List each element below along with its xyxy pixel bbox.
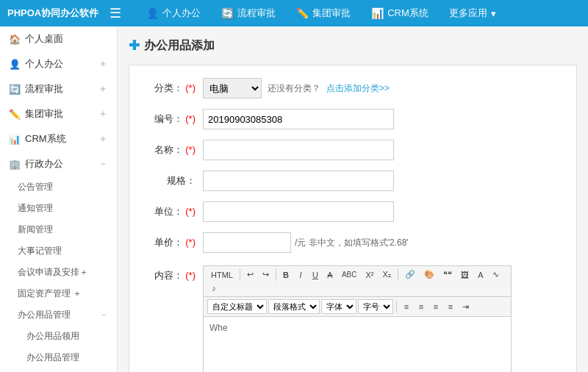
nav-crm[interactable]: 📊 CRM系统 <box>361 0 439 26</box>
html-btn[interactable]: HTML <box>207 269 237 281</box>
fixed-assets-label: 固定资产管理 ＋ <box>18 288 82 298</box>
group-sidebar-icon: ✏️ <box>9 109 21 120</box>
paragraph-select[interactable]: 段落格式 <box>268 299 320 314</box>
page-title-icon: ✚ <box>129 37 140 54</box>
sidebar-item-admin-office[interactable]: 🏢 行政办公 － <box>0 151 117 176</box>
unit-label-text: 单位： <box>154 206 183 217</box>
office-supplies-collapse-icon[interactable]: － <box>99 309 108 321</box>
form-row-spec: 规格： <box>144 169 562 193</box>
sidebar-sub-notification[interactable]: 通知管理 <box>0 198 117 219</box>
process-sidebar-icon: 🔄 <box>9 84 21 95</box>
sidebar: 🏠 个人桌面 👤 个人办公 ＋ 🔄 流程审批 ＋ ✏️ 集团审批 <box>0 26 118 372</box>
sidebar-sub-supplies-purchase[interactable]: 办公用品采购 <box>0 368 117 372</box>
sidebar-item-desktop[interactable]: 🏠 个人桌面 <box>0 26 117 51</box>
unit-required: (*) <box>185 206 196 217</box>
category-select[interactable]: 电脑 <box>203 78 262 99</box>
superscript-btn[interactable]: X² <box>362 269 378 281</box>
indent-btn[interactable]: ⇥ <box>459 301 473 313</box>
color-btn[interactable]: 🎨 <box>420 268 438 281</box>
sidebar-sub-supplies-receive[interactable]: 办公用品领用 <box>0 326 117 347</box>
news-label: 新闻管理 <box>18 224 53 235</box>
sidebar-crm-left: 📊 CRM系统 <box>9 132 66 146</box>
nav-more-apps-label: 更多应用 <box>449 7 487 20</box>
process-approval-icon: 🔄 <box>221 7 234 19</box>
home-icon: 🏠 <box>9 34 21 45</box>
admin-sidebar-icon: 🏢 <box>9 159 21 170</box>
font-color-btn[interactable]: A <box>474 269 487 281</box>
undo-btn[interactable]: ↩ <box>243 268 257 281</box>
nav-group-approval-label: 集团审批 <box>312 7 351 20</box>
code-input[interactable] <box>203 109 394 129</box>
personal-office-expand-icon[interactable]: ＋ <box>98 57 108 71</box>
crm-icon: 📊 <box>371 7 384 19</box>
no-category-text: 还没有分类？ <box>268 82 320 95</box>
code-required: (*) <box>185 113 196 124</box>
crm-expand-icon[interactable]: ＋ <box>98 132 108 146</box>
add-category-link[interactable]: 点击添加分类>> <box>326 82 390 95</box>
wave-btn[interactable]: ∿ <box>489 268 503 281</box>
sidebar-sub-news[interactable]: 新闻管理 <box>0 219 117 240</box>
music-btn[interactable]: ♪ <box>207 282 220 294</box>
redo-btn[interactable]: ↪ <box>259 268 273 281</box>
sidebar-item-crm[interactable]: 📊 CRM系统 ＋ <box>0 126 117 151</box>
main-layout: 🏠 个人桌面 👤 个人办公 ＋ 🔄 流程审批 ＋ ✏️ 集团审批 <box>0 26 588 372</box>
align-justify-btn[interactable]: ≡ <box>444 301 457 312</box>
sidebar-desktop-label: 个人桌面 <box>25 32 63 46</box>
subscript-btn[interactable]: X₂ <box>379 268 395 281</box>
quote-btn[interactable]: ❝❝ <box>440 268 456 281</box>
style-select[interactable]: 自定义标题 <box>207 299 267 314</box>
sidebar-item-group-approval[interactable]: ✏️ 集团审批 ＋ <box>0 101 117 126</box>
link-btn[interactable]: 🔗 <box>401 268 419 281</box>
italic-btn[interactable]: I <box>294 269 307 281</box>
sidebar-personal-left: 👤 个人办公 <box>9 57 63 71</box>
sidebar-sub-fixed-assets[interactable]: 固定资产管理 ＋ <box>0 283 117 304</box>
nav-group-approval[interactable]: ✏️ 集团审批 <box>286 0 361 26</box>
toolbar-divider-4 <box>396 301 397 312</box>
underline-btn[interactable]: U <box>309 269 322 281</box>
unit-label: 单位： (*) <box>144 205 203 218</box>
price-controls: /元 非中文，如填写格式'2.68' <box>203 232 409 253</box>
name-input[interactable] <box>203 140 394 160</box>
align-right-btn[interactable]: ≡ <box>429 301 442 312</box>
sidebar-sub-office-supplies[interactable]: 办公用品管理 － <box>0 304 117 326</box>
sidebar-sub-meeting[interactable]: 会议申请及安排＋ <box>0 262 117 283</box>
price-input[interactable] <box>203 232 291 253</box>
strikethrough-btn[interactable]: A <box>323 269 337 281</box>
hamburger-icon[interactable]: ☰ <box>110 5 121 21</box>
font-select[interactable]: 字体 <box>321 299 356 314</box>
sidebar-sub-events[interactable]: 大事记管理 <box>0 240 117 262</box>
page-title: ✚ 办公用品添加 <box>129 37 577 54</box>
process-expand-icon[interactable]: ＋ <box>98 82 108 96</box>
align-center-btn[interactable]: ≡ <box>415 301 428 312</box>
nav-more-apps[interactable]: 更多应用 ▾ <box>439 0 506 26</box>
nav-items: 👤 个人办公 🔄 流程审批 ✏️ 集团审批 📊 CRM系统 更多应用 ▾ <box>136 0 581 26</box>
sidebar-admin-label: 行政办公 <box>25 157 63 171</box>
office-supplies-label: 办公用品管理 <box>18 309 71 321</box>
group-expand-icon[interactable]: ＋ <box>98 107 108 121</box>
admin-collapse-icon[interactable]: － <box>98 157 108 171</box>
spec-label: 规格： <box>144 174 203 187</box>
sidebar-desktop-left: 🏠 个人桌面 <box>9 32 63 46</box>
bold-btn[interactable]: B <box>279 269 293 281</box>
sidebar-item-personal-office[interactable]: 👤 个人办公 ＋ <box>0 51 117 76</box>
image-btn[interactable]: 🖼 <box>457 269 473 281</box>
sidebar-admin-left: 🏢 行政办公 <box>9 157 63 171</box>
nav-process-approval[interactable]: 🔄 流程审批 <box>211 0 286 26</box>
nav-personal-office[interactable]: 👤 个人办公 <box>136 0 211 26</box>
code-label-text: 编号： <box>154 113 183 124</box>
sidebar-sub-notice[interactable]: 公告管理 <box>0 176 117 198</box>
form-row-name: 名称： (*) <box>144 138 562 162</box>
notice-label: 公告管理 <box>18 182 53 192</box>
editor-body[interactable]: Whe <box>204 317 511 372</box>
size-select[interactable]: 字号 <box>358 299 393 314</box>
spec-input[interactable] <box>203 171 394 191</box>
sidebar-personal-office-label: 个人办公 <box>25 57 63 71</box>
sidebar-sub-supplies-manage[interactable]: 办公用品管理 <box>0 347 117 368</box>
sidebar-item-process-approval[interactable]: 🔄 流程审批 ＋ <box>0 76 117 101</box>
abc-btn[interactable]: ABC <box>338 269 361 280</box>
form-row-category: 分类： (*) 电脑 还没有分类？ 点击添加分类>> <box>144 76 562 100</box>
unit-input[interactable] <box>203 201 394 222</box>
personal-office-icon: 👤 <box>146 7 159 19</box>
align-left-btn[interactable]: ≡ <box>400 301 413 312</box>
form-row-unit: 单位： (*) <box>144 200 562 223</box>
